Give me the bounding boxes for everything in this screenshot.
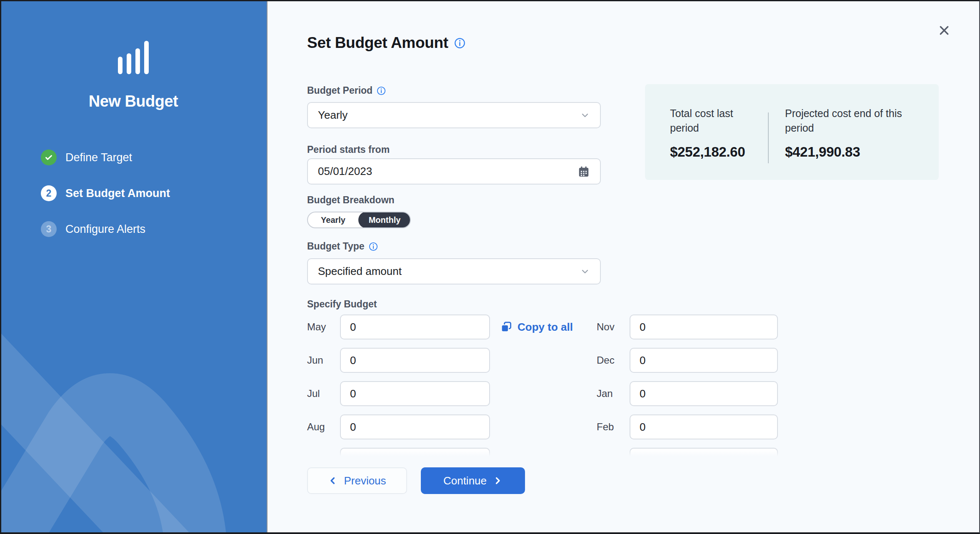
month-label: Jan — [597, 388, 630, 399]
page-title: Set Budget Amount — [307, 34, 465, 52]
summary-divider — [768, 112, 769, 163]
step-define-target[interactable]: Define Target — [41, 150, 170, 165]
budget-breakdown-label-text: Budget Breakdown — [307, 195, 395, 206]
month-input-dec[interactable] — [630, 348, 778, 373]
month-input-may[interactable] — [340, 314, 490, 339]
total-cost-label: Total cost last period — [670, 106, 758, 135]
month-row-jul: Jul — [307, 381, 490, 406]
month-row-nov: Nov — [597, 314, 778, 339]
step-number-badge: 3 — [41, 221, 57, 237]
month-row-sep: Sep — [307, 448, 490, 456]
month-input-aug[interactable] — [340, 414, 490, 439]
page-title-text: Set Budget Amount — [307, 34, 448, 52]
toggle-option-monthly[interactable]: Monthly — [358, 212, 411, 228]
previous-button[interactable]: Previous — [307, 467, 407, 494]
month-label: Jun — [307, 354, 340, 366]
month-row-may: May — [307, 314, 490, 339]
step-number-badge: 2 — [41, 185, 57, 201]
month-row-jan: Jan — [597, 381, 778, 406]
month-column-right: Nov Dec Jan Feb Mar — [597, 314, 778, 456]
chevron-down-icon — [580, 110, 590, 120]
period-starts-input[interactable] — [318, 165, 578, 178]
projected-cost-block: Projected cost end of this period $421,9… — [785, 106, 922, 160]
cost-summary-panel: Total cost last period $252,182.60 Proje… — [645, 84, 939, 180]
step-label: Set Budget Amount — [65, 187, 170, 200]
budget-breakdown-label: Budget Breakdown — [307, 195, 395, 206]
month-row-feb: Feb — [597, 414, 778, 439]
toggle-option-yearly[interactable]: Yearly — [308, 212, 358, 227]
period-starts-label-text: Period starts from — [307, 144, 390, 155]
close-icon[interactable] — [937, 23, 952, 38]
chevron-right-icon — [492, 476, 502, 486]
period-starts-field[interactable] — [307, 158, 601, 185]
budget-type-select[interactable]: Specified amount — [307, 258, 601, 284]
budget-type-label: Budget Type — [307, 241, 378, 252]
month-label: Sep — [307, 454, 340, 456]
step-configure-alerts[interactable]: 3 Configure Alerts — [41, 221, 170, 237]
step-set-budget-amount[interactable]: 2 Set Budget Amount — [41, 185, 170, 201]
brand-watermark-icon — [0, 0, 267, 534]
month-input-mar[interactable] — [630, 448, 778, 456]
month-row-aug: Aug — [307, 414, 490, 439]
monthly-budget-grid: May Jun Jul Aug Sep — [268, 308, 980, 456]
total-cost-block: Total cost last period $252,182.60 — [670, 106, 758, 160]
budget-period-value: Yearly — [318, 109, 580, 122]
month-label: Mar — [597, 454, 630, 456]
budget-type-label-text: Budget Type — [307, 241, 365, 252]
month-input-jan[interactable] — [630, 381, 778, 406]
month-input-nov[interactable] — [630, 314, 778, 339]
total-cost-value: $252,182.60 — [670, 144, 758, 160]
continue-button[interactable]: Continue — [421, 467, 525, 494]
month-label: Dec — [597, 354, 630, 366]
month-row-mar: Mar — [597, 448, 778, 456]
budget-breakdown-toggle: Yearly Monthly — [307, 212, 411, 228]
month-input-feb[interactable] — [630, 414, 778, 439]
month-label: Aug — [307, 421, 340, 433]
period-starts-label: Period starts from — [307, 144, 390, 155]
chevron-left-icon — [328, 476, 338, 486]
sidebar-divider — [267, 0, 268, 534]
budget-period-label: Budget Period — [307, 85, 386, 96]
wizard-sidebar: New Budget Define Target 2 Set Budget Am… — [0, 0, 267, 534]
budget-type-value: Specified amount — [318, 265, 580, 278]
wizard-steps: Define Target 2 Set Budget Amount 3 Conf… — [41, 150, 170, 257]
month-column-left: May Jun Jul Aug Sep — [307, 314, 490, 456]
projected-cost-value: $421,990.83 — [785, 144, 922, 160]
budget-period-select[interactable]: Yearly — [307, 102, 601, 128]
budget-period-label-text: Budget Period — [307, 85, 372, 96]
month-input-sep[interactable] — [340, 448, 490, 456]
step-label: Define Target — [65, 151, 132, 164]
continue-button-label: Continue — [443, 474, 487, 487]
previous-button-label: Previous — [344, 474, 386, 487]
month-input-jul[interactable] — [340, 381, 490, 406]
chevron-down-icon — [580, 267, 590, 277]
projected-cost-label: Projected cost end of this period — [785, 106, 922, 135]
bar-chart-logo-icon — [118, 41, 149, 74]
month-label: May — [307, 321, 340, 333]
info-icon[interactable] — [369, 242, 378, 251]
info-icon[interactable] — [454, 37, 465, 49]
month-input-jun[interactable] — [340, 348, 490, 373]
check-circle-icon — [41, 150, 57, 165]
step-label: Configure Alerts — [65, 223, 145, 236]
info-icon[interactable] — [377, 86, 386, 95]
month-row-jun: Jun — [307, 348, 490, 373]
set-budget-panel: Set Budget Amount Budget Period Yearly — [268, 0, 980, 534]
month-label: Jul — [307, 388, 340, 399]
month-label: Feb — [597, 421, 630, 433]
month-row-dec: Dec — [597, 348, 778, 373]
calendar-icon[interactable] — [578, 165, 590, 178]
wizard-title: New Budget — [0, 92, 267, 110]
month-label: Nov — [597, 321, 630, 333]
